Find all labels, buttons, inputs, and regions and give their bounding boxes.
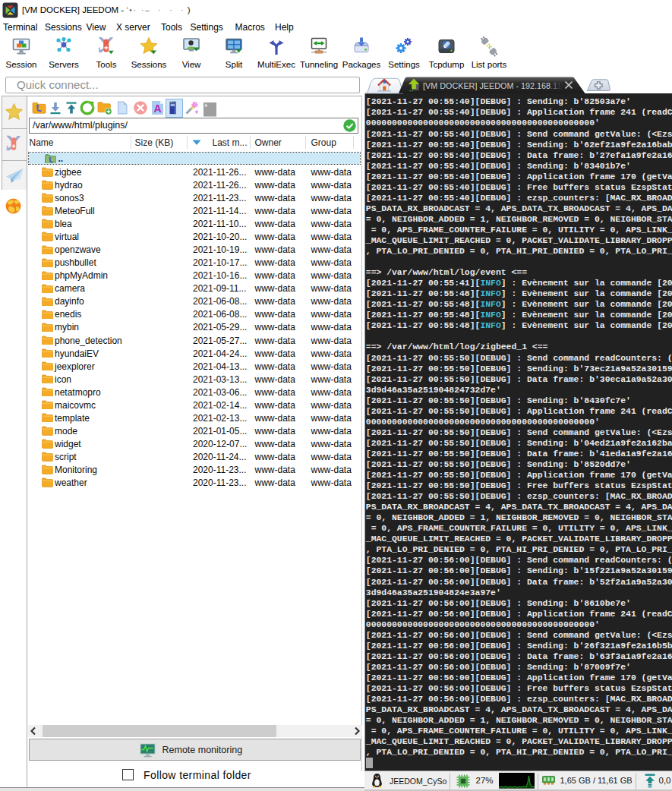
svg-text:A: A: [153, 102, 161, 114]
